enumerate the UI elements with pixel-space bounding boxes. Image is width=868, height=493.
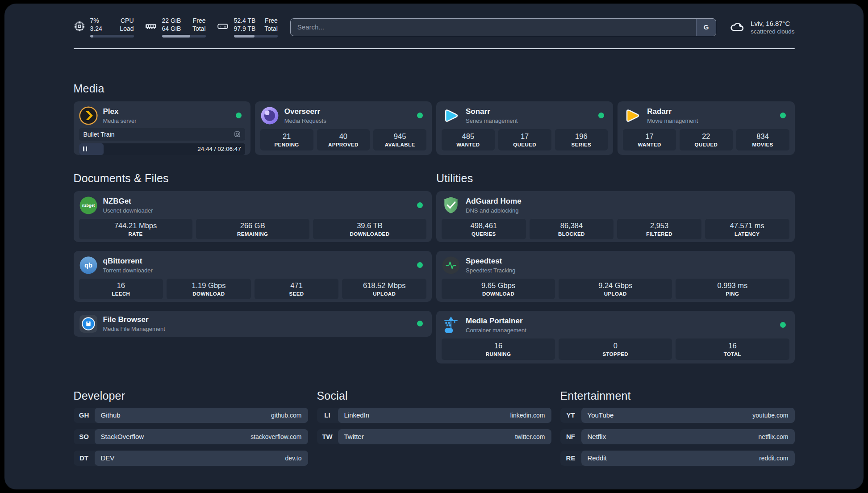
disk-icon (217, 21, 229, 34)
now-playing-title: Bullet Train (83, 131, 115, 138)
overseerr-icon (260, 106, 279, 125)
app-name: NZBGet (103, 197, 153, 206)
app-desc: DNS and adblocking (466, 207, 522, 214)
app-card-qbittorrent[interactable]: qb qBittorrent Torrent downloader 16LEEC… (74, 251, 432, 302)
stat-tile: 266 GBREMAINING (196, 219, 309, 239)
status-online-dot (417, 202, 423, 208)
stat-tile: 16TOTAL (676, 338, 789, 360)
app-card-speedtest[interactable]: Speedtest Speedtest Tracking 9.65 GbpsDO… (436, 251, 795, 302)
link-url: twitter.com (515, 433, 545, 440)
ram-total: 64 GiB (162, 25, 184, 33)
stat-tile: 16RUNNING (442, 338, 555, 360)
adguard-icon (442, 196, 460, 215)
app-name: Overseerr (284, 107, 326, 116)
ram-progress-track (162, 35, 206, 38)
app-card-adguard[interactable]: AdGuard Home DNS and adblocking 498,461Q… (436, 191, 795, 242)
section-title-media: Media (74, 82, 795, 95)
disk-stat: 52.4 TB Free 97.9 TB Total (217, 17, 278, 38)
app-card-filebrowser[interactable]: File Browser Media File Management (74, 311, 432, 337)
link-twitter[interactable]: TW Twittertwitter.com (317, 429, 551, 444)
app-name: qBittorrent (103, 257, 153, 266)
now-playing-row: Bullet Train (79, 128, 245, 141)
link-reddit[interactable]: RE Redditreddit.com (560, 451, 795, 466)
link-label: Reddit (588, 454, 607, 462)
stat-tile: 1.19 GbpsDOWNLOAD (167, 279, 251, 299)
link-github[interactable]: GH Githubgithub.com (74, 408, 308, 423)
search-engine-button[interactable]: G (696, 19, 716, 36)
link-abbr: LI (317, 408, 338, 423)
app-card-nzbget[interactable]: nzbget NZBGet Usenet downloader 744.21 M… (74, 191, 432, 242)
app-card-radarr[interactable]: Radarr Movie management 17WANTED 22QUEUE… (618, 101, 794, 155)
status-online-dot (780, 113, 786, 118)
app-desc: Movie management (647, 117, 698, 124)
section-title-social: Social (317, 389, 551, 402)
link-url: netflix.com (759, 433, 789, 440)
link-dev[interactable]: DT DEVdev.to (74, 451, 308, 466)
ram-total-label: Total (192, 25, 206, 33)
link-linkedin[interactable]: LI LinkedInlinkedin.com (317, 408, 551, 423)
app-card-sonarr[interactable]: Sonarr Series management 485WANTED 17QUE… (436, 101, 613, 155)
link-youtube[interactable]: YT YouTubeyoutube.com (560, 408, 795, 423)
section-title-utilities: Utilities (436, 172, 795, 185)
svg-text:nzbget: nzbget (82, 203, 95, 208)
links-column-developer: Developer GH Githubgithub.com SO StackOv… (74, 389, 308, 472)
app-desc: Container management (466, 327, 526, 334)
link-label: DEV (101, 454, 115, 462)
cpu-progress-fill (90, 35, 94, 38)
filebrowser-icon (79, 314, 98, 333)
app-card-portainer[interactable]: Media Portainer Container management 16R… (436, 311, 795, 363)
link-url: github.com (271, 412, 301, 419)
link-label: StackOverflow (101, 433, 144, 440)
stat-tile: 196SERIES (555, 129, 608, 150)
cpu-icon (74, 21, 85, 34)
link-abbr: YT (560, 408, 581, 423)
link-url: reddit.com (759, 455, 788, 462)
app-name: Plex (103, 107, 137, 116)
app-card-overseerr[interactable]: Overseerr Media Requests 21PENDING 40APP… (255, 101, 432, 155)
search-input[interactable] (290, 18, 716, 36)
link-netflix[interactable]: NF Netflixnetflix.com (560, 429, 795, 444)
stat-tile: 40APPROVED (317, 129, 370, 150)
link-stackoverflow[interactable]: SO StackOverflowstackoverflow.com (74, 429, 308, 444)
dashboard: 7% CPU 3.24 Load (4, 4, 864, 489)
app-name: File Browser (103, 315, 165, 324)
header-divider (74, 48, 795, 49)
stat-tile: 0.993 msPING (676, 279, 789, 299)
stat-tile: 22QUEUED (680, 129, 733, 150)
disk-total-label: Total (264, 25, 278, 33)
link-abbr: RE (560, 451, 581, 466)
weather-location-temp: Lviv, 16.87°C (751, 20, 794, 27)
playback-time: 24:44 / 02:06:47 (197, 146, 245, 152)
app-name: Sonarr (466, 107, 517, 116)
status-online-dot (417, 262, 423, 268)
link-label: Github (101, 411, 121, 419)
top-bar: 7% CPU 3.24 Load (74, 17, 795, 38)
qbittorrent-icon: qb (79, 256, 98, 275)
stat-tile: 618.52 MbpsUPLOAD (342, 279, 426, 299)
section-title-developer: Developer (74, 389, 308, 402)
link-abbr: GH (74, 408, 95, 423)
pause-icon[interactable] (83, 146, 87, 151)
app-desc: Series management (466, 117, 517, 124)
cpu-progress-track (90, 35, 134, 38)
cast-icon[interactable] (234, 131, 241, 138)
weather-widget: Lviv, 16.87°C scattered clouds (729, 19, 794, 36)
cpu-label: CPU (120, 17, 134, 25)
app-card-plex[interactable]: Plex Media server Bullet Train (74, 101, 250, 155)
disk-free-label: Free (264, 17, 278, 25)
stat-tile: 17QUEUED (498, 129, 551, 150)
link-abbr: NF (560, 429, 581, 444)
search-bar: G (290, 18, 716, 36)
status-online-dot (417, 321, 423, 326)
status-online-dot (780, 322, 786, 328)
playback-progress-bar[interactable]: 24:44 / 02:06:47 (79, 143, 245, 155)
link-label: Netflix (588, 433, 606, 440)
stat-tile: 471SEED (255, 279, 339, 299)
link-abbr: DT (74, 451, 95, 466)
section-title-entertainment: Entertainment (560, 389, 795, 402)
app-name: AdGuard Home (466, 197, 522, 206)
portainer-icon (442, 316, 460, 334)
disk-progress-track (234, 35, 278, 38)
stat-tile: 2,953FILTERED (617, 219, 701, 239)
app-desc: Usenet downloader (103, 207, 153, 214)
